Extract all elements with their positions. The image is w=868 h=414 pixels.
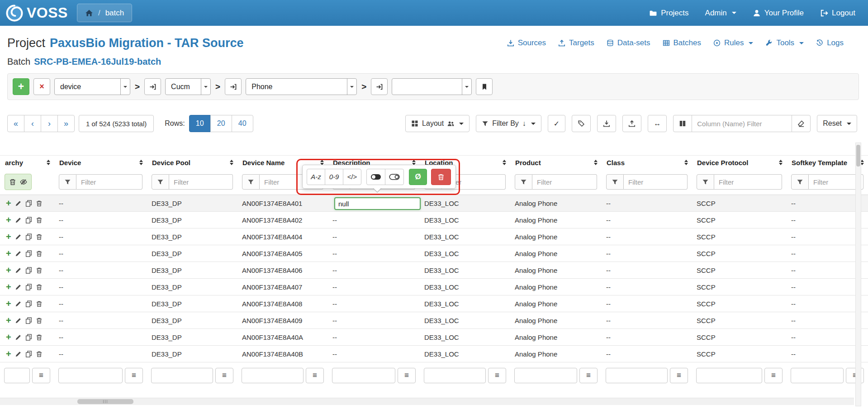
toggle-off-button[interactable] [385, 169, 404, 185]
tag-button[interactable] [572, 115, 591, 132]
delete-row-action-button[interactable] [36, 300, 43, 307]
edit-row-action-button[interactable] [15, 334, 22, 341]
aggregate-menu-button[interactable]: ≡ [215, 368, 233, 383]
column-filter-input[interactable] [714, 174, 782, 190]
edit-row-action-button[interactable] [15, 317, 22, 324]
aggregate-input[interactable] [332, 368, 395, 383]
aggregate-menu-button[interactable]: ≡ [488, 368, 506, 383]
next-page-button[interactable]: › [41, 115, 58, 132]
delete-filtered-button[interactable] [9, 178, 16, 186]
clear-column-filter-button[interactable] [792, 115, 811, 132]
copy-row-action-button[interactable] [25, 351, 32, 357]
link-tools[interactable]: Tools [765, 38, 804, 48]
batch-name-link[interactable]: SRC-PB-EMEA-16Jul19-batch [34, 57, 161, 67]
vertical-scrollbar[interactable] [855, 143, 861, 406]
copy-row-action-button[interactable] [25, 317, 32, 324]
resize-columns-button[interactable]: ↔ [648, 115, 667, 132]
copy-row-action-button[interactable] [25, 284, 32, 290]
edit-row-action-button[interactable] [15, 284, 22, 290]
descend-button[interactable] [144, 78, 161, 95]
filter-by-dropdown-button[interactable]: Filter By ↓ [476, 115, 541, 132]
copy-row-action-button[interactable] [25, 250, 32, 257]
add-row-action-button[interactable]: + [6, 200, 11, 206]
nav-logout[interactable]: Logout [820, 9, 855, 18]
rows-40-button[interactable]: 40 [232, 115, 253, 132]
empty-select[interactable] [392, 78, 472, 95]
model-type-select[interactable]: device [54, 78, 130, 95]
column-header-device[interactable]: Device [54, 156, 147, 170]
aggregate-input[interactable] [424, 368, 486, 383]
aggregate-input[interactable] [4, 368, 30, 383]
copy-row-action-button[interactable] [25, 334, 32, 341]
delete-row-action-button[interactable] [36, 200, 43, 207]
toggle-on-button[interactable] [366, 169, 385, 185]
vertical-scrollbar-thumb[interactable] [856, 145, 860, 167]
copy-row-action-button[interactable] [25, 200, 32, 207]
column-filter-input[interactable] [76, 174, 142, 190]
edit-row-action-button[interactable] [15, 250, 22, 257]
prev-page-button[interactable]: ‹ [24, 115, 41, 132]
column-filter-input[interactable] [169, 174, 233, 190]
device-type-select[interactable]: Phone [246, 78, 357, 95]
voss-logo[interactable]: VOSS [5, 4, 68, 22]
text-mode-button[interactable]: A-z [307, 169, 325, 185]
column-header-hierarchy[interactable]: archy [0, 156, 54, 170]
remove-step-button[interactable]: × [33, 78, 50, 95]
edit-row-action-button[interactable] [15, 267, 22, 274]
add-row-action-button[interactable]: + [6, 217, 11, 223]
nav-projects[interactable]: Projects [649, 9, 688, 18]
column-filter-input[interactable] [532, 174, 597, 190]
delete-row-action-button[interactable] [36, 250, 43, 257]
column-name-filter-input[interactable] [692, 115, 792, 132]
code-mode-button[interactable]: </> [343, 169, 361, 185]
column-filter-input[interactable] [624, 174, 688, 190]
add-row-action-button[interactable]: + [6, 267, 11, 273]
numeric-mode-button[interactable]: 0-9 [325, 169, 343, 185]
first-page-button[interactable]: « [7, 115, 24, 132]
column-filter-button[interactable] [242, 174, 260, 190]
description-value-input[interactable] [334, 197, 421, 210]
aggregate-input[interactable] [696, 368, 762, 383]
aggregate-menu-button[interactable]: ≡ [32, 368, 50, 383]
nav-your-profile[interactable]: Your Profile [753, 9, 804, 18]
import-button[interactable] [622, 115, 641, 132]
add-row-action-button[interactable]: + [6, 250, 11, 257]
aggregate-input[interactable] [151, 368, 213, 383]
nav-admin[interactable]: Admin [705, 9, 736, 18]
edit-row-action-button[interactable] [15, 217, 22, 224]
aggregate-menu-button[interactable]: ≡ [846, 368, 864, 383]
link-targets[interactable]: Targets [558, 38, 594, 48]
aggregate-input[interactable] [514, 368, 577, 383]
aggregate-menu-button[interactable]: ≡ [764, 368, 783, 383]
edit-row-action-button[interactable] [15, 200, 22, 207]
aggregate-input[interactable] [242, 368, 304, 383]
delete-row-action-button[interactable] [36, 351, 43, 357]
layout-dropdown-button[interactable]: Layout [405, 115, 470, 132]
copy-row-action-button[interactable] [25, 267, 32, 274]
clear-value-button[interactable] [431, 169, 451, 185]
copy-row-action-button[interactable] [25, 233, 32, 240]
aggregate-menu-button[interactable]: ≡ [579, 368, 598, 383]
aggregate-input[interactable] [606, 368, 668, 383]
link-batches[interactable]: Batches [663, 38, 701, 48]
home-crumb[interactable] [85, 9, 93, 18]
descend-button[interactable] [371, 78, 388, 95]
add-row-action-button[interactable]: + [6, 233, 11, 240]
aggregate-menu-button[interactable]: ≡ [125, 368, 143, 383]
validate-button[interactable]: ✓ [548, 115, 565, 132]
link-data-sets[interactable]: Data-sets [607, 38, 650, 48]
column-filter-button[interactable] [152, 174, 169, 190]
aggregate-menu-button[interactable]: ≡ [670, 368, 688, 383]
link-sources[interactable]: Sources [507, 38, 546, 48]
aggregate-input[interactable] [58, 368, 123, 383]
column-header-device-pool[interactable]: Device Pool [147, 156, 237, 170]
delete-row-action-button[interactable] [36, 217, 43, 224]
column-header-product[interactable]: Product [510, 156, 602, 170]
column-filter-button[interactable] [59, 174, 76, 190]
reset-dropdown-button[interactable]: Reset [817, 115, 857, 132]
export-button[interactable] [597, 115, 616, 132]
column-filter-button[interactable] [697, 174, 714, 190]
column-filter-button[interactable] [791, 174, 809, 190]
edit-row-action-button[interactable] [15, 351, 22, 357]
descend-button[interactable] [225, 78, 242, 95]
